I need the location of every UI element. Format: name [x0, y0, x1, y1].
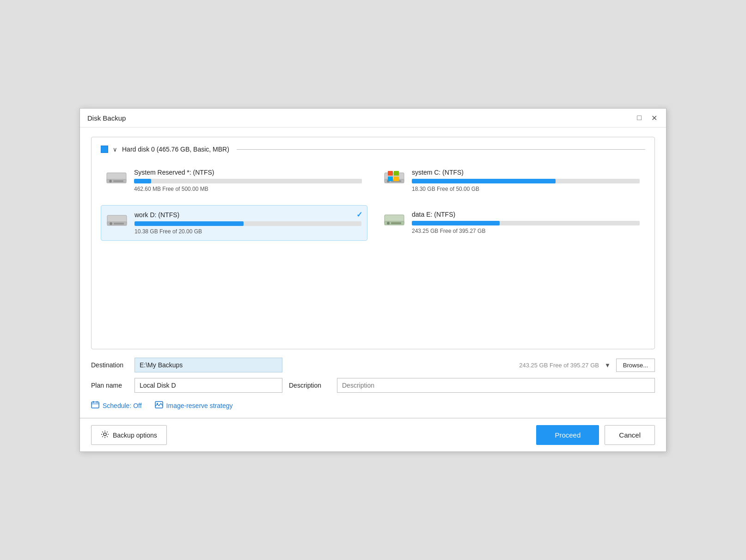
- destination-dropdown-button[interactable]: ▼: [603, 362, 612, 369]
- partition-card-work-d[interactable]: work D: (NTFS) 10.38 GB Free of 20.00 GB…: [101, 205, 367, 241]
- cancel-button[interactable]: Cancel: [605, 425, 655, 445]
- drive-icon-system-reserved: [105, 169, 128, 185]
- close-button[interactable]: ✕: [649, 113, 659, 122]
- svg-rect-16: [92, 402, 99, 408]
- partition-info-work-d: work D: (NTFS) 10.38 GB Free of 20.00 GB: [135, 211, 361, 235]
- progress-bg-data-e: [412, 221, 640, 225]
- destination-row: Destination 243.25 GB Free of 395.27 GB …: [91, 358, 655, 372]
- progress-fill-data-e: [412, 221, 500, 225]
- links-row: Schedule: Off Image-reserve strategy: [91, 398, 655, 410]
- progress-bg-work-d: [135, 221, 361, 226]
- partition-size-system-c: 18.30 GB Free of 50.00 GB: [412, 186, 640, 192]
- proceed-button[interactable]: Proceed: [536, 425, 599, 445]
- plan-label: Plan name: [91, 382, 128, 389]
- disk-backup-window: Disk Backup □ ✕ ∨ Hard disk 0 (465.76 GB…: [79, 108, 667, 452]
- partition-info-data-e: data E: (NTFS) 243.25 GB Free of 395.27 …: [412, 211, 640, 234]
- partition-info-system-c: system C: (NTFS) 18.30 GB Free of 50.00 …: [412, 169, 640, 192]
- progress-bg-system-c: [412, 179, 640, 183]
- drive-icon-system-c: [383, 169, 405, 185]
- backup-options-label: Backup options: [113, 432, 157, 439]
- image-reserve-link[interactable]: Image-reserve strategy: [155, 401, 233, 410]
- partition-size-data-e: 243.25 GB Free of 395.27 GB: [412, 228, 640, 234]
- partition-size-work-d: 10.38 GB Free of 20.00 GB: [135, 228, 361, 235]
- plan-name-input[interactable]: [135, 378, 282, 393]
- partition-card-system-reserved[interactable]: System Reserved *: (NTFS) 462.60 MB Free…: [101, 163, 367, 198]
- svg-rect-3: [113, 180, 123, 182]
- partition-info-system-reserved: System Reserved *: (NTFS) 462.60 MB Free…: [134, 169, 362, 192]
- partition-card-data-e[interactable]: data E: (NTFS) 243.25 GB Free of 395.27 …: [379, 205, 645, 241]
- drive-icon-work-d: [106, 211, 128, 228]
- disk-title: Hard disk 0 (465.76 GB, Basic, MBR): [122, 146, 229, 153]
- svg-point-2: [109, 180, 112, 183]
- footer: Backup options Proceed Cancel: [80, 418, 666, 451]
- destination-right: 243.25 GB Free of 395.27 GB ▼ Browse...: [289, 359, 655, 372]
- calendar-icon: [91, 401, 99, 410]
- image-reserve-label: Image-reserve strategy: [166, 402, 233, 409]
- description-label: Description: [289, 382, 330, 389]
- destination-label: Destination: [91, 361, 128, 369]
- progress-fill-work-d: [135, 221, 244, 226]
- svg-point-10: [110, 222, 112, 225]
- title-bar-controls: □ ✕: [635, 113, 659, 122]
- title-bar: Disk Backup □ ✕: [80, 109, 666, 128]
- progress-bg-system-reserved: [134, 179, 362, 183]
- partition-name-work-d: work D: (NTFS): [135, 211, 361, 219]
- svg-rect-15: [391, 222, 401, 224]
- footer-right: Proceed Cancel: [536, 425, 655, 445]
- plan-row: Plan name Description: [91, 378, 655, 393]
- browse-button[interactable]: Browse...: [616, 359, 655, 372]
- window-title: Disk Backup: [87, 114, 126, 122]
- description-input[interactable]: [337, 378, 655, 393]
- drive-icon-data-e: [383, 211, 405, 227]
- disk-title-separator: [237, 149, 645, 150]
- partition-name-system-reserved: System Reserved *: (NTFS): [134, 169, 362, 176]
- partition-grid: System Reserved *: (NTFS) 462.60 MB Free…: [101, 163, 645, 241]
- close-icon: ✕: [651, 114, 657, 122]
- partition-name-system-c: system C: (NTFS): [412, 169, 640, 176]
- form-area: Destination 243.25 GB Free of 395.27 GB …: [80, 358, 666, 418]
- gear-icon: [101, 430, 109, 440]
- image-icon: [155, 401, 163, 410]
- partition-name-data-e: data E: (NTFS): [412, 211, 640, 218]
- partition-size-system-reserved: 462.60 MB Free of 500.00 MB: [134, 186, 362, 192]
- disk-checkbox[interactable]: [101, 146, 108, 153]
- svg-point-22: [104, 433, 106, 436]
- schedule-label: Schedule: Off: [103, 402, 142, 409]
- minimize-button[interactable]: □: [635, 113, 644, 122]
- partition-check-work-d: ✓: [356, 210, 362, 219]
- disk-chevron-icon[interactable]: ∨: [113, 146, 117, 153]
- svg-point-14: [387, 222, 390, 225]
- destination-space: 243.25 GB Free of 395.27 GB: [519, 362, 599, 369]
- partition-card-system-c[interactable]: system C: (NTFS) 18.30 GB Free of 50.00 …: [379, 163, 645, 198]
- main-content: ∨ Hard disk 0 (465.76 GB, Basic, MBR): [80, 128, 666, 349]
- svg-point-21: [157, 403, 158, 404]
- progress-fill-system-c: [412, 179, 556, 183]
- disk-header: ∨ Hard disk 0 (465.76 GB, Basic, MBR): [101, 146, 645, 153]
- backup-options-button[interactable]: Backup options: [91, 425, 167, 445]
- progress-fill-system-reserved: [134, 179, 151, 183]
- minimize-icon: □: [637, 114, 642, 122]
- svg-rect-11: [114, 223, 124, 225]
- destination-input[interactable]: [135, 358, 282, 372]
- disk-panel: ∨ Hard disk 0 (465.76 GB, Basic, MBR): [91, 137, 655, 349]
- schedule-link[interactable]: Schedule: Off: [91, 401, 142, 410]
